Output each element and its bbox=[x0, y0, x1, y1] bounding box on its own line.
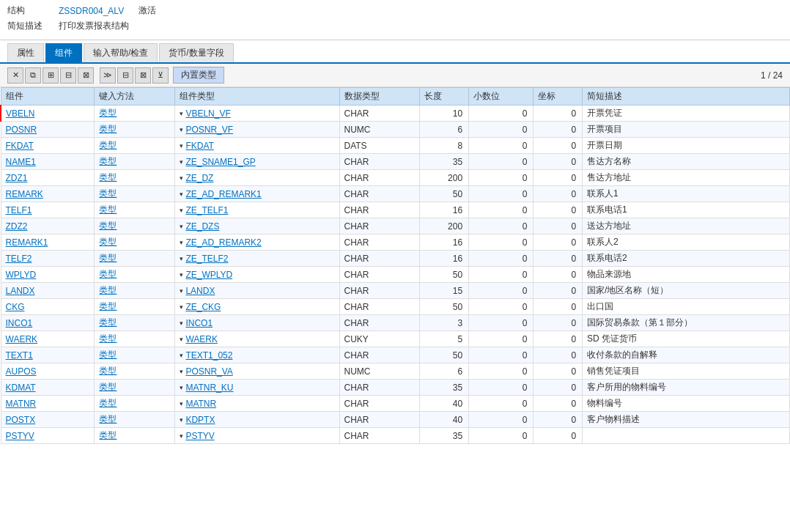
cell-component[interactable]: POSNR bbox=[1, 122, 95, 138]
component-link[interactable]: KDMAT bbox=[6, 383, 36, 393]
cell-component[interactable]: MATNR bbox=[1, 396, 95, 412]
comp-type-link[interactable]: KDPTX bbox=[185, 415, 215, 425]
component-link[interactable]: TELF1 bbox=[6, 205, 32, 215]
component-link[interactable]: CKG bbox=[6, 302, 25, 312]
cell-comp-type[interactable]: ▾ZE_DZS bbox=[175, 218, 339, 234]
cell-component[interactable]: ZDZ2 bbox=[1, 218, 95, 234]
cell-comp-type[interactable]: ▾TEXT1_052 bbox=[175, 347, 339, 363]
cell-comp-type[interactable]: ▾POSNR_VA bbox=[175, 363, 339, 380]
component-link[interactable]: REMARK bbox=[6, 189, 43, 199]
cell-component[interactable]: NAME1 bbox=[1, 154, 95, 170]
cell-component[interactable]: ZDZ1 bbox=[1, 170, 95, 186]
cell-comp-type[interactable]: ▾ZE_TELF2 bbox=[175, 251, 339, 267]
cell-comp-type[interactable]: ▾MATNR_KU bbox=[175, 380, 339, 396]
table-container: 组件 键入方法 组件类型 数据类型 长度 小数位 坐标 简短描述 VBELN类型… bbox=[0, 87, 790, 495]
nav3-button[interactable]: ⊠ bbox=[135, 67, 151, 84]
component-link[interactable]: REMARK1 bbox=[6, 237, 48, 248]
component-link[interactable]: TELF2 bbox=[6, 254, 32, 264]
cell-component[interactable]: VBELN bbox=[1, 106, 95, 122]
comp-type-link[interactable]: ZE_TELF1 bbox=[185, 205, 228, 215]
nav2-button[interactable]: ⊟ bbox=[117, 67, 133, 84]
cell-component[interactable]: LANDX bbox=[1, 283, 95, 299]
comp-type-link[interactable]: FKDAT bbox=[185, 141, 213, 151]
component-link[interactable]: AUPOS bbox=[6, 366, 37, 377]
insert-after-button[interactable]: ⊟ bbox=[60, 67, 76, 84]
cell-comp-type[interactable]: ▾ZE_WPLYD bbox=[175, 267, 339, 283]
comp-type-link[interactable]: MATNR_KU bbox=[185, 383, 233, 393]
comp-type-link[interactable]: ZE_TELF2 bbox=[185, 254, 228, 264]
nav4-button[interactable]: ⊻ bbox=[152, 67, 169, 84]
move-button[interactable]: ⊠ bbox=[78, 67, 94, 84]
cell-component[interactable]: PSTYV bbox=[1, 428, 95, 444]
cell-component[interactable]: CKG bbox=[1, 299, 95, 315]
comp-type-link[interactable]: LANDX bbox=[185, 286, 215, 296]
comp-type-link[interactable]: ZE_AD_REMARK2 bbox=[185, 237, 261, 248]
cell-comp-type[interactable]: ▾PSTYV bbox=[175, 428, 339, 444]
tab-attributes[interactable]: 属性 bbox=[7, 43, 44, 62]
cell-comp-type[interactable]: ▾ZE_TELF1 bbox=[175, 202, 339, 218]
cell-component[interactable]: TELF2 bbox=[1, 251, 95, 267]
cell-comp-type[interactable]: ▾ZE_AD_REMARK1 bbox=[175, 186, 339, 202]
comp-type-link[interactable]: INCO1 bbox=[185, 318, 213, 328]
component-link[interactable]: POSTX bbox=[6, 415, 36, 425]
component-link[interactable]: INCO1 bbox=[6, 318, 33, 328]
cell-component[interactable]: WAERK bbox=[1, 331, 95, 347]
component-link[interactable]: TEXT1 bbox=[6, 350, 33, 361]
cell-component[interactable]: FKDAT bbox=[1, 138, 95, 154]
cell-comp-type[interactable]: ▾WAERK bbox=[175, 331, 339, 347]
comp-type-link[interactable]: POSNR_VF bbox=[185, 125, 233, 135]
comp-type-link[interactable]: POSNR_VA bbox=[185, 366, 232, 377]
comp-type-link[interactable]: MATNR bbox=[185, 399, 216, 409]
component-link[interactable]: LANDX bbox=[6, 286, 35, 296]
component-link[interactable]: FKDAT bbox=[6, 141, 34, 151]
insert-before-button[interactable]: ⊞ bbox=[43, 67, 59, 84]
cell-comp-type[interactable]: ▾VBELN_VF bbox=[175, 106, 339, 122]
comp-type-link[interactable]: WAERK bbox=[185, 334, 218, 344]
cell-component[interactable]: INCO1 bbox=[1, 315, 95, 331]
copy-button[interactable]: ⧉ bbox=[25, 67, 41, 84]
cell-component[interactable]: AUPOS bbox=[1, 363, 95, 380]
component-link[interactable]: VBELN bbox=[6, 108, 34, 119]
tab-currency[interactable]: 货币/数量字段 bbox=[159, 43, 233, 62]
component-link[interactable]: PSTYV bbox=[6, 431, 34, 441]
comp-type-link[interactable]: ZE_SNAME1_GP bbox=[185, 157, 255, 167]
nav-forward-button[interactable]: ≫ bbox=[100, 67, 116, 84]
cell-comp-type[interactable]: ▾MATNR bbox=[175, 396, 339, 412]
component-link[interactable]: NAME1 bbox=[6, 157, 36, 167]
component-link[interactable]: ZDZ1 bbox=[6, 173, 28, 183]
component-link[interactable]: WPLYD bbox=[6, 270, 37, 280]
cell-comp-type[interactable]: ▾ZE_AD_REMARK2 bbox=[175, 234, 339, 251]
cell-comp-type[interactable]: ▾ZE_DZ bbox=[175, 170, 339, 186]
cell-comp-type[interactable]: ▾POSNR_VF bbox=[175, 122, 339, 138]
component-link[interactable]: POSNR bbox=[6, 125, 37, 135]
cell-component[interactable]: TEXT1 bbox=[1, 347, 95, 363]
comp-type-link[interactable]: ZE_AD_REMARK1 bbox=[185, 189, 261, 199]
component-link[interactable]: ZDZ2 bbox=[6, 221, 28, 232]
cell-component[interactable]: REMARK1 bbox=[1, 234, 95, 251]
cell-comp-type[interactable]: ▾LANDX bbox=[175, 283, 339, 299]
tab-input-help[interactable]: 输入帮助/检查 bbox=[84, 43, 158, 62]
cell-desc: 国家/地区名称（短） bbox=[583, 283, 790, 299]
cell-comp-type[interactable]: ▾FKDAT bbox=[175, 138, 339, 154]
cell-comp-type[interactable]: ▾ZE_CKG bbox=[175, 299, 339, 315]
cell-component[interactable]: KDMAT bbox=[1, 380, 95, 396]
tab-components[interactable]: 组件 bbox=[45, 43, 82, 62]
delete-button[interactable]: ✕ bbox=[7, 67, 23, 84]
comp-type-link[interactable]: ZE_DZS bbox=[185, 221, 219, 232]
comp-type-link[interactable]: ZE_DZ bbox=[185, 173, 213, 183]
cell-comp-type[interactable]: ▾KDPTX bbox=[175, 412, 339, 428]
component-link[interactable]: WAERK bbox=[6, 334, 38, 344]
cell-component[interactable]: REMARK bbox=[1, 186, 95, 202]
component-link[interactable]: MATNR bbox=[6, 399, 37, 409]
builtin-type-label[interactable]: 内置类型 bbox=[173, 67, 224, 84]
cell-comp-type[interactable]: ▾ZE_SNAME1_GP bbox=[175, 154, 339, 170]
comp-type-link[interactable]: VBELN_VF bbox=[185, 108, 230, 119]
cell-component[interactable]: POSTX bbox=[1, 412, 95, 428]
cell-component[interactable]: TELF1 bbox=[1, 202, 95, 218]
comp-type-link[interactable]: ZE_CKG bbox=[185, 302, 221, 312]
cell-comp-type[interactable]: ▾INCO1 bbox=[175, 315, 339, 331]
comp-type-link[interactable]: PSTYV bbox=[185, 431, 214, 441]
comp-type-link[interactable]: TEXT1_052 bbox=[185, 350, 232, 361]
cell-component[interactable]: WPLYD bbox=[1, 267, 95, 283]
comp-type-link[interactable]: ZE_WPLYD bbox=[185, 270, 232, 280]
